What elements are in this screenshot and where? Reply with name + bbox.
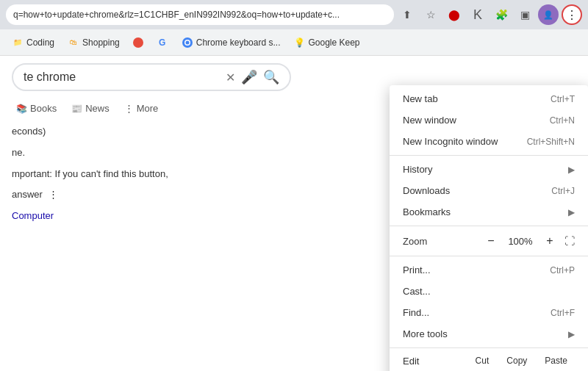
nav-more[interactable]: ⋮ More [120, 100, 163, 117]
menu-new-incognito[interactable]: New Incognito window Ctrl+Shift+N [390, 131, 588, 152]
avatar-icon[interactable]: 👤 [538, 4, 559, 25]
menu-zoom: Zoom − 100% + ⛶ [390, 229, 588, 253]
new-window-shortcut: Ctrl+N [550, 115, 575, 126]
bookmarks-label: Bookmarks [403, 206, 451, 217]
bookmark-chrome-label: Chrome keyboard s... [196, 37, 281, 48]
bookmark-coding[interactable]: 📁 Coding [6, 34, 60, 51]
paste-button[interactable]: Paste [537, 354, 575, 367]
dots-icon: ⋮ [49, 187, 58, 203]
extensions-icon[interactable]: 🧩 [491, 4, 512, 25]
clear-icon[interactable]: ✕ [226, 71, 235, 84]
menu-print[interactable]: Print... Ctrl+P [390, 259, 588, 281]
menu-new-tab[interactable]: New tab Ctrl+T [390, 88, 588, 109]
menu-bookmarks[interactable]: Bookmarks ▶ [390, 201, 588, 223]
search-icons: ✕ 🎤 🔍 [226, 69, 279, 85]
nav-more-label: More [137, 103, 159, 114]
opera-icon[interactable]: ⬤ [444, 4, 465, 25]
b1-icon [133, 37, 143, 48]
nav-books-label: Books [30, 103, 57, 114]
downloads-shortcut: Ctrl+J [551, 186, 575, 196]
share-icon[interactable]: ⬆ [397, 4, 417, 25]
dropdown-menu: New tab Ctrl+T New window Ctrl+N New Inc… [390, 85, 588, 371]
line-3-text: mportant: If you can't find this button, [12, 168, 168, 179]
history-label: History [403, 164, 432, 175]
bookmark-chrome-keyboard[interactable]: Chrome keyboard s... [176, 34, 287, 51]
zoom-plus-button[interactable]: + [541, 232, 559, 250]
menu-cast[interactable]: Cast... [390, 281, 588, 302]
menu-find[interactable]: Find... Ctrl+F [390, 302, 588, 323]
zoom-label: Zoom [403, 236, 479, 247]
nav-books[interactable]: 📚 Books [12, 100, 61, 117]
find-shortcut: Ctrl+F [551, 308, 575, 318]
menu-history[interactable]: History ▶ [390, 159, 588, 180]
divider-3 [390, 256, 588, 256]
chrome-icon [182, 37, 193, 48]
menu-more-tools[interactable]: More tools ▶ [390, 323, 588, 345]
new-tab-label: New tab [403, 93, 438, 104]
new-window-label: New window [403, 115, 456, 126]
bookmark-icon[interactable]: ☆ [420, 4, 441, 25]
books-icon: 📚 [16, 104, 27, 114]
bookmark-coding-label: Coding [26, 37, 54, 48]
edit-label: Edit [403, 356, 465, 367]
divider-2 [390, 226, 588, 226]
divider-1 [390, 155, 588, 156]
microphone-icon[interactable]: 🎤 [241, 69, 257, 85]
downloads-label: Downloads [403, 185, 450, 196]
address-text: q=how+to+update+chrome&rlz=1C1CHBF_enIN9… [13, 10, 387, 20]
search-box[interactable]: te chrome ✕ 🎤 🔍 [12, 63, 291, 91]
svg-point-2 [185, 40, 189, 44]
toolbar-icons: ⬆ ☆ ⬤ K 🧩 ▣ 👤 ⋮ [397, 4, 582, 25]
keep-icon: 💡 [293, 37, 305, 48]
profile-icon[interactable]: K [467, 4, 488, 25]
more-tools-arrow: ▶ [568, 329, 575, 339]
search-input-value: te chrome [24, 71, 226, 84]
copy-button[interactable]: Copy [499, 354, 534, 367]
new-incognito-label: New Incognito window [403, 136, 498, 147]
print-label: Print... [403, 264, 431, 275]
bookmark-keep-label: Google Keep [308, 37, 359, 48]
zoom-minus-button[interactable]: − [482, 232, 500, 250]
edit-buttons: Cut Copy Paste [468, 354, 575, 367]
bookmark-b2[interactable]: G [151, 34, 174, 51]
menu-edit: Edit Cut Copy Paste [390, 351, 588, 370]
bookmarks-bar: 📁 Coding 🛍 Shopping G Chrome keyboard s.… [0, 29, 588, 56]
b2-icon: G [157, 37, 168, 48]
bookmark-b1[interactable] [127, 35, 149, 51]
zoom-controls: − 100% + ⛶ [482, 232, 575, 250]
new-tab-shortcut: Ctrl+T [551, 94, 575, 104]
menu-new-window[interactable]: New window Ctrl+N [390, 109, 588, 131]
shopping-icon: 🛍 [68, 37, 79, 48]
news-icon: 📰 [71, 104, 82, 114]
more-dots-icon: ⋮ [124, 103, 134, 114]
print-shortcut: Ctrl+P [550, 265, 575, 275]
bookmarks-arrow: ▶ [568, 207, 575, 217]
more-tools-label: More tools [403, 328, 448, 339]
bookmark-google-keep[interactable]: 💡 Google Keep [287, 34, 365, 51]
cut-button[interactable]: Cut [468, 354, 497, 367]
search-icon[interactable]: 🔍 [263, 69, 279, 85]
zoom-value: 100% [506, 236, 535, 247]
find-label: Find... [403, 307, 429, 318]
folder-icon: 📁 [12, 37, 24, 48]
divider-4 [390, 347, 588, 348]
fullscreen-icon[interactable]: ⛶ [564, 235, 575, 247]
browser-top-bar: q=how+to+update+chrome&rlz=1C1CHBF_enIN9… [0, 0, 588, 29]
cast-label: Cast... [403, 286, 431, 297]
nav-news-label: News [85, 103, 110, 114]
history-arrow: ▶ [568, 165, 575, 175]
bookmark-shopping-label: Shopping [82, 37, 120, 48]
sidebar-icon[interactable]: ▣ [514, 4, 535, 25]
computer-link[interactable]: Computer [12, 210, 54, 221]
page-content: te chrome ✕ 🎤 🔍 📚 Books 📰 News ⋮ More To… [0, 56, 588, 371]
menu-dots-button[interactable]: ⋮ [562, 4, 582, 25]
bookmark-shopping[interactable]: 🛍 Shopping [62, 34, 126, 51]
menu-downloads[interactable]: Downloads Ctrl+J [390, 180, 588, 201]
address-bar[interactable]: q=how+to+update+chrome&rlz=1C1CHBF_enIN9… [6, 4, 394, 25]
nav-news[interactable]: 📰 News [67, 100, 114, 117]
new-incognito-shortcut: Ctrl+Shift+N [527, 137, 575, 147]
